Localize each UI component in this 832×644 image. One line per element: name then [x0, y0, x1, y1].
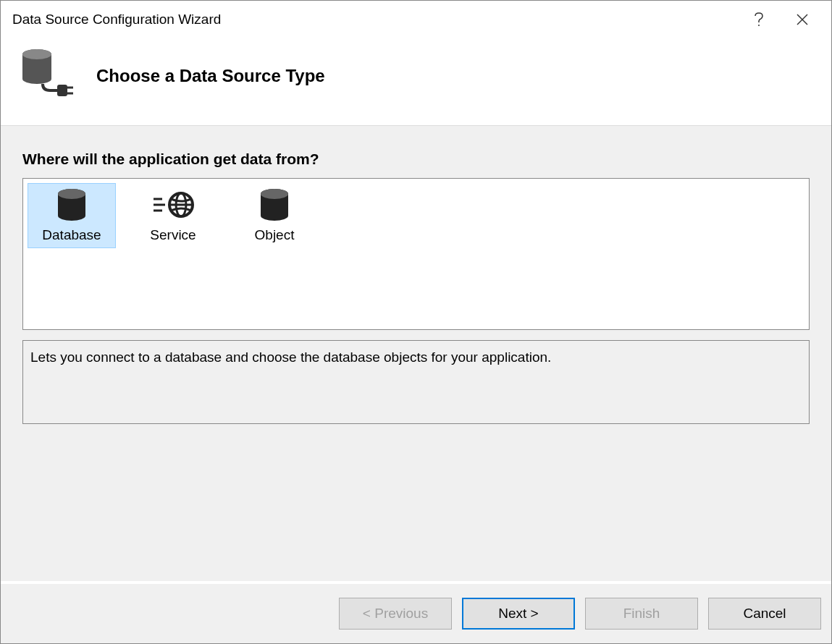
question-label: Where will the application get data from…: [22, 151, 810, 168]
help-button[interactable]: [737, 1, 781, 38]
database-icon: [56, 187, 87, 223]
previous-button[interactable]: < Previous: [339, 598, 452, 630]
option-database[interactable]: Database: [28, 183, 116, 248]
option-label: Object: [255, 227, 295, 243]
option-service[interactable]: Service: [129, 183, 217, 248]
wizard-dialog: Data Source Configuration Wizard: [1, 1, 831, 643]
next-button[interactable]: Next >: [462, 598, 575, 630]
option-object[interactable]: Object: [230, 183, 319, 248]
help-icon: [755, 12, 763, 27]
option-label: Database: [42, 227, 101, 243]
data-source-options: Database Service: [22, 178, 810, 330]
wizard-footer: < Previous Next > Finish Cancel: [1, 584, 831, 643]
svg-rect-5: [57, 85, 67, 96]
description-box: Lets you connect to a database and choos…: [22, 340, 810, 424]
svg-point-17: [261, 189, 288, 199]
cancel-button[interactable]: Cancel: [708, 598, 821, 630]
object-icon: [259, 187, 290, 223]
finish-button[interactable]: Finish: [585, 598, 698, 630]
description-text: Lets you connect to a database and choos…: [30, 349, 551, 365]
page-title: Choose a Data Source Type: [96, 66, 325, 86]
database-plug-icon: [15, 48, 75, 101]
svg-point-0: [758, 25, 760, 26]
window-title: Data Source Configuration Wizard: [12, 12, 737, 27]
wizard-header: Choose a Data Source Type: [1, 38, 831, 125]
close-icon: [797, 14, 808, 25]
titlebar: Data Source Configuration Wizard: [1, 1, 831, 38]
close-button[interactable]: [781, 1, 824, 38]
wizard-content: Where will the application get data from…: [1, 125, 831, 581]
service-icon: [152, 187, 194, 223]
option-label: Service: [150, 227, 196, 243]
wizard-header-icon: [15, 48, 75, 103]
svg-point-4: [22, 49, 51, 59]
svg-point-9: [58, 189, 85, 199]
